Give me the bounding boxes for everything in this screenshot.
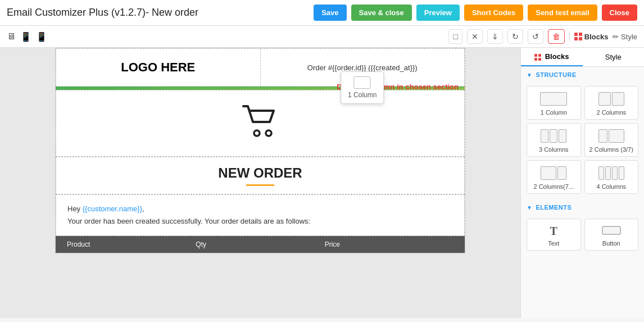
body-section: Hey {{customer.name}}, Your order has be…	[56, 194, 465, 236]
structure-4col-icon	[587, 165, 636, 181]
tab-blocks-icon	[534, 54, 541, 61]
blocks-label: Blocks	[584, 33, 609, 41]
cart-section	[56, 90, 465, 157]
new-order-title: NEW ORDER	[64, 165, 456, 181]
structure-4col[interactable]: 4 Columns	[584, 160, 639, 194]
title-section: NEW ORDER	[56, 157, 465, 194]
structure-2col-7x-label: 2 Columns(7...	[533, 183, 574, 190]
toolbar: 🖥 📱 📱 □ ✕ ⇓ ↻ ↺ 🗑 Blocks ✏ Style	[0, 26, 644, 48]
elements-section-header: ▼ ELEMENTS	[521, 199, 644, 215]
main-layout: LOGO HERE Order #{{order.id}} ({{created…	[0, 48, 644, 318]
element-text-label: Text	[548, 240, 559, 247]
blocks-panel-btn[interactable]: Blocks	[574, 33, 609, 41]
structure-1col-icon	[529, 91, 578, 107]
tab-blocks[interactable]: Blocks	[521, 48, 583, 66]
table-col-qty: Qty	[196, 241, 324, 248]
style-panel-btn[interactable]: ✏ Style	[613, 33, 637, 41]
email-header-row: LOGO HERE Order #{{order.id}} ({{created…	[56, 48, 465, 87]
short-codes-button[interactable]: Short Codes	[464, 4, 523, 21]
button-element-icon	[587, 225, 636, 238]
panel-tab-row: Blocks Style	[521, 48, 644, 67]
title-underline	[246, 184, 274, 186]
structure-2col-37-label: 2 Columns (3/7)	[589, 146, 633, 153]
download-icon-btn[interactable]: ⇓	[487, 29, 503, 44]
table-col-product: Product	[67, 241, 196, 248]
toolbar-separator	[569, 31, 570, 42]
element-button-label: Button	[602, 240, 620, 247]
email-wrapper: LOGO HERE Order #{{order.id}} ({{created…	[55, 48, 465, 253]
tab-blocks-label: Blocks	[545, 52, 569, 61]
elements-title: ELEMENTS	[536, 204, 572, 211]
logo-text: LOGO HERE	[121, 60, 195, 75]
save-button[interactable]: Save	[314, 4, 346, 21]
delete-icon-btn[interactable]: 🗑	[548, 29, 565, 44]
app-header: Email Customizer Plus (v1.2.7)- New orde…	[0, 0, 644, 26]
elements-chevron-icon: ▼	[527, 205, 532, 211]
column-tooltip-icon	[354, 76, 371, 89]
text-element-icon: T	[529, 225, 578, 238]
app-title: Email Customizer Plus (v1.2.7)- New orde…	[7, 7, 309, 19]
structure-2col[interactable]: 2 Columns	[584, 86, 639, 120]
logo-cell: LOGO HERE	[56, 49, 261, 86]
order-text: Order #{{order.id}} ({{created_at}})	[307, 64, 418, 72]
structure-2col-37[interactable]: 2 Columns (3/7)	[584, 123, 639, 157]
redo-icon-btn[interactable]: ↺	[528, 29, 543, 44]
order-cell: Order #{{order.id}} ({{created_at}}) 1 C…	[261, 49, 465, 86]
structure-4col-label: 4 Columns	[596, 183, 626, 190]
structure-2col-label: 2 Columns	[596, 109, 626, 116]
structure-2col-7x[interactable]: 2 Columns(7...	[527, 160, 581, 194]
structure-2col-icon	[587, 91, 636, 107]
svg-point-1	[254, 130, 260, 136]
desktop-icon[interactable]: 🖥	[7, 31, 16, 42]
structure-2col-7x-icon	[529, 165, 578, 181]
hey-text: Hey {{customer.name}},	[67, 203, 453, 215]
col-box-single	[540, 92, 567, 106]
send-test-button[interactable]: Send test email	[528, 4, 597, 21]
cart-icon	[67, 102, 453, 145]
structure-3col-icon	[529, 128, 578, 144]
structure-2col-37-icon	[587, 128, 636, 144]
element-button[interactable]: Button	[584, 219, 639, 251]
element-text[interactable]: T Text	[527, 219, 581, 251]
mobile-icon[interactable]: 📱	[36, 31, 47, 42]
col-box-a	[598, 92, 611, 106]
toolbar-actions: □ ✕ ⇓ ↻ ↺ 🗑 Blocks ✏ Style	[448, 29, 637, 44]
tablet-icon[interactable]: 📱	[20, 31, 31, 42]
structure-title: STRUCTURE	[536, 71, 576, 78]
col-box-b	[612, 92, 624, 106]
table-col-price: Price	[325, 241, 453, 248]
tab-style[interactable]: Style	[583, 48, 645, 66]
close-button[interactable]: Close	[602, 4, 637, 21]
move-icon-btn[interactable]: ✕	[467, 29, 483, 44]
structure-1col[interactable]: 1 Column	[527, 86, 581, 120]
right-panel: Blocks Style ▼ STRUCTURE 1 Column	[520, 48, 644, 318]
column-tooltip-label: 1 Column	[348, 91, 377, 99]
structure-3col[interactable]: 3 Columns	[527, 123, 581, 157]
save-close-button[interactable]: Save & close	[351, 4, 412, 21]
blocks-grid-icon	[574, 33, 582, 40]
undo-icon-btn[interactable]: ↻	[507, 29, 523, 44]
svg-rect-3	[602, 226, 620, 234]
structure-chevron-icon: ▼	[527, 72, 532, 78]
structure-section-header: ▼ STRUCTURE	[521, 67, 644, 83]
column-drop-tooltip: 1 Column	[341, 71, 384, 104]
structure-grid: 1 Column 2 Columns 3 Columns	[521, 83, 644, 199]
logo-bold: LOGO	[121, 60, 157, 74]
preview-button[interactable]: Preview	[416, 4, 460, 21]
select-icon-btn[interactable]: □	[448, 29, 462, 44]
table-header: Product Qty Price	[56, 236, 465, 253]
svg-point-2	[266, 130, 271, 136]
body-paragraph: Your order has been created successfully…	[67, 215, 453, 228]
customer-name-shortcode: {{customer.name}}	[83, 205, 142, 213]
device-icons: 🖥 📱 📱	[7, 31, 443, 42]
email-canvas[interactable]: LOGO HERE Order #{{order.id}} ({{created…	[0, 48, 520, 318]
elements-grid: T Text Button	[521, 215, 644, 256]
structure-1col-label: 1 Column	[541, 109, 567, 116]
structure-3col-label: 3 Columns	[539, 146, 569, 153]
tab-style-label: Style	[605, 53, 622, 61]
